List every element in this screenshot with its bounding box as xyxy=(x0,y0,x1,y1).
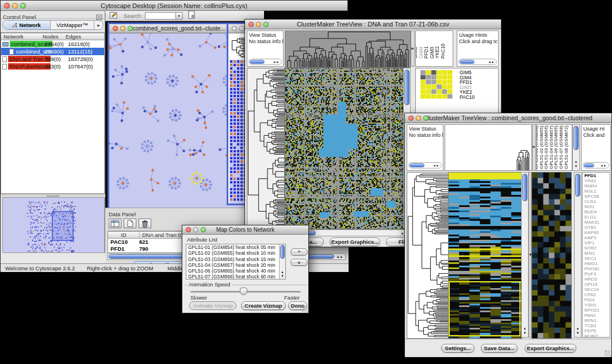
splitter-handle[interactable]: ▶ xyxy=(532,124,536,171)
column-label: GIM4 xyxy=(418,47,424,59)
gene-label: RPN1 xyxy=(584,318,599,323)
edge-count: 183728(0) xyxy=(68,56,93,62)
minimize-icon[interactable] xyxy=(120,26,125,31)
close-icon[interactable] xyxy=(232,26,237,31)
data-panel-title: Data Panel xyxy=(105,211,136,217)
tv1-usage-hints-panel: Usage Hints Click and drag tc ◄► xyxy=(457,30,499,67)
panel-scrollbar[interactable]: ◄► xyxy=(458,59,497,65)
folder-icon xyxy=(2,42,9,47)
attribute-item[interactable]: GPL51-03 (GSM856) heat shock 15 min xyxy=(186,256,285,262)
resize-grip[interactable] xyxy=(605,350,611,357)
network-name: DNA and Tran 07 xyxy=(8,56,51,62)
search-dropdown-icon[interactable]: ▼ xyxy=(176,12,183,20)
attribute-item[interactable]: GPL51-02 (GSM855) heat shock 10 min xyxy=(186,250,285,256)
zoom-window-icon[interactable] xyxy=(128,26,133,31)
tv1-column-dendrogram[interactable] xyxy=(285,30,411,68)
column-label: GPL51-07 (GSM868) xyxy=(559,125,564,169)
gene-label: MON2 xyxy=(584,334,599,338)
settings-button[interactable]: Settings... xyxy=(441,344,475,352)
document-icon xyxy=(2,64,7,70)
gene-label: CLN1 xyxy=(584,199,599,204)
splitter-handle[interactable]: ▶ xyxy=(411,30,415,67)
move-up-button[interactable]: ^ xyxy=(290,248,308,255)
resize-grip[interactable] xyxy=(301,306,308,312)
index-search-icon[interactable] xyxy=(188,10,196,21)
network-table-header: Network Nodes Edges xyxy=(1,33,104,40)
panel-scrollbar[interactable]: ◄► xyxy=(408,162,442,168)
annotation-icon[interactable] xyxy=(109,11,118,21)
move-down-button[interactable]: v xyxy=(290,259,308,266)
new-attribute-button[interactable] xyxy=(124,219,136,228)
export-graphics-button[interactable]: Export Graphics... xyxy=(330,237,380,246)
tv2-column-dendrogram-panel[interactable] xyxy=(445,124,532,171)
animate-vizmap-button[interactable]: Animate Vizmap xyxy=(189,301,236,310)
network-row[interactable]: combined_scores_2764(0)16218(0) xyxy=(1,40,104,48)
minimize-icon[interactable] xyxy=(12,3,18,9)
treeview1-titlebar: ClusterMaker TreeView : DNA and Tran 07-… xyxy=(245,20,501,29)
node-count: 563(0) xyxy=(45,63,60,70)
attribute-item[interactable]: GPL51-04 (GSM857) heat shock 20 min xyxy=(186,262,285,268)
minimize-icon[interactable] xyxy=(256,22,261,27)
search-input[interactable] xyxy=(145,12,176,20)
attribute-item[interactable]: GPL51-06 (GSM865) heat shock 40 min xyxy=(186,268,285,274)
control-panel-title: Control Panel xyxy=(1,14,36,20)
close-icon[interactable] xyxy=(113,26,118,31)
minimize-icon[interactable] xyxy=(416,116,421,121)
tv2-column-labels: GPL51-01 (GSM854)GPL51-02 (GSM855)GPL51-… xyxy=(536,124,572,171)
gene-label: PFD1 xyxy=(584,173,599,178)
attribute-item[interactable]: GPL51-01 (GSM854) heat shock 05 min xyxy=(186,244,285,250)
attribute-list-label: Attribute List xyxy=(187,236,217,243)
save-data-button[interactable]: Save Data... xyxy=(481,344,518,352)
tv2-labels-scrollbar[interactable]: ▲▼ xyxy=(572,124,580,171)
close-icon[interactable] xyxy=(4,3,10,9)
panel-scrollbar[interactable]: ◄► xyxy=(583,162,609,168)
export-graphics-button[interactable]: Export Graphics... xyxy=(525,344,576,352)
tab-network[interactable]: Network xyxy=(3,21,51,29)
minimize-icon[interactable] xyxy=(193,227,198,232)
network-row[interactable]: combined_sco2569(6)13112(15) xyxy=(1,48,104,55)
tab-vizmapper[interactable]: VizMapper™ xyxy=(51,21,94,29)
close-icon[interactable] xyxy=(408,116,414,121)
document-icon xyxy=(2,56,7,62)
view-status-title: View Status xyxy=(407,125,443,132)
network-row[interactable]: DNA and Tran 07769(0)183728(0) xyxy=(1,55,104,63)
close-icon[interactable] xyxy=(248,22,254,27)
tv2-gene-list: PFD1YRA1RNR4MSL1SPC98CLN1NIS1BUD4ELG1MAK… xyxy=(584,173,599,338)
attribute-list-scrollbar[interactable]: ▲▼ xyxy=(279,244,285,279)
gene-label: RNR4 xyxy=(584,183,599,189)
tab-overflow-icon[interactable]: ▶ xyxy=(94,21,103,29)
network-table-area: Network Nodes Edges combined_scores_2764… xyxy=(1,32,105,194)
minimize-icon[interactable] xyxy=(239,26,244,31)
zoom-window-icon[interactable] xyxy=(201,227,206,232)
animation-speed-label: Animation Speed xyxy=(187,281,232,288)
window-controls[interactable] xyxy=(4,3,26,9)
tv2-heatmap-scrollbar[interactable]: ▲▼ xyxy=(521,172,529,338)
birdseye-view[interactable] xyxy=(2,197,105,253)
panel-scrollbar[interactable]: ◄► xyxy=(248,59,282,65)
column-label: GIM3 xyxy=(429,47,435,59)
search-label: Search: xyxy=(124,13,143,19)
delete-attribute-icon[interactable] xyxy=(139,219,151,228)
map-colors-dialog: Map Colors to Network Attribute List GPL… xyxy=(182,225,309,313)
zoom-window-icon[interactable] xyxy=(20,3,26,9)
tv2-heatmap[interactable] xyxy=(448,172,522,339)
tv2-row-dendrogram[interactable] xyxy=(407,172,449,339)
gene-label: TCB3 xyxy=(584,323,599,328)
tv2-zoom-view[interactable] xyxy=(531,172,572,339)
tv1-similarity-matrix[interactable] xyxy=(420,70,453,99)
usage-hints-title: Usage Hi xyxy=(582,125,610,132)
close-icon[interactable] xyxy=(186,227,191,232)
attribute-item[interactable]: GPL51-07 (GSM868) heat shock 60 min xyxy=(186,274,285,279)
zoom-window-icon[interactable] xyxy=(263,22,269,27)
tv2-zoom-scrollbar[interactable]: ▲▼ xyxy=(574,172,582,338)
gene-label: GTB1 xyxy=(584,225,599,230)
network-row[interactable]: RNAPuberNov2+l563(0)107847(0) xyxy=(1,63,104,70)
zoom-window-icon[interactable] xyxy=(423,116,429,121)
gene-label: SEC24 xyxy=(584,287,599,292)
gene-label: SPC98 xyxy=(584,194,599,199)
select-attributes-button[interactable] xyxy=(109,219,121,228)
create-vizmap-button[interactable]: Create Vizmap xyxy=(241,301,286,310)
tv1-heatmap[interactable] xyxy=(285,68,404,229)
slider-thumb[interactable] xyxy=(240,288,247,295)
tv1-row-dendrogram[interactable] xyxy=(247,68,285,229)
